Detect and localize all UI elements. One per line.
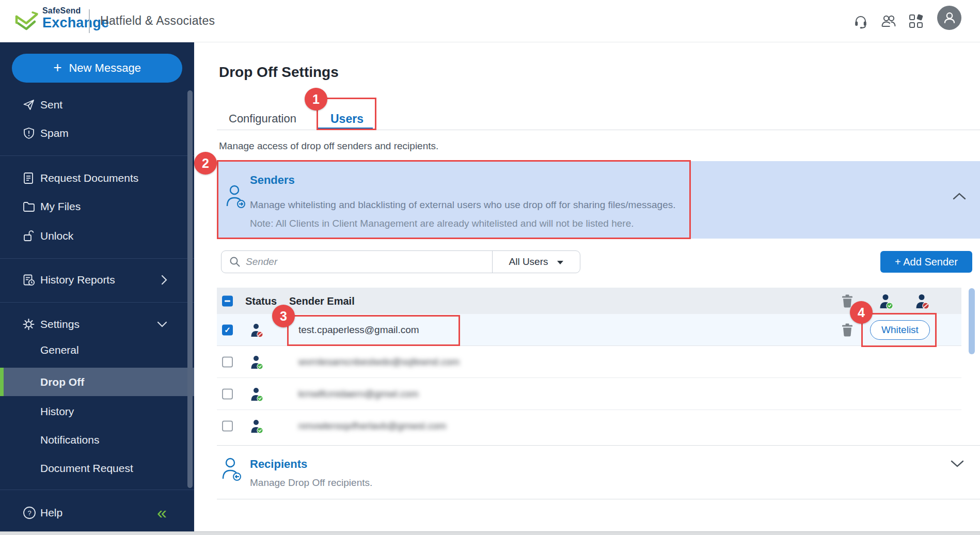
bulk-blacklist-person-slash-icon[interactable] xyxy=(915,293,929,309)
recipients-description: Manage Drop Off recipients. xyxy=(250,477,372,489)
annotation-step-badge: 1 xyxy=(305,88,327,111)
collapse-sidebar-icon[interactable]: « xyxy=(157,501,167,524)
sidebar-item-request-documents[interactable]: Request Documents xyxy=(0,167,194,190)
sidebar-item-unlock[interactable]: Unlock xyxy=(0,225,194,247)
gear-icon xyxy=(23,319,35,331)
table-row: wvrnlesamcnbeslwdo@sqfewnd.com xyxy=(217,346,961,378)
unlock-icon xyxy=(23,230,35,242)
row-checkbox[interactable] xyxy=(222,421,233,432)
sidebar-subitem-general[interactable]: General xyxy=(0,339,194,361)
sidebar-item-label: Sent xyxy=(40,99,62,111)
shield-alert-icon xyxy=(23,127,35,139)
sidebar-subitem-document-request[interactable]: Document Request xyxy=(0,457,194,480)
chevron-up-icon[interactable] xyxy=(952,192,967,202)
row-checkbox[interactable] xyxy=(222,356,233,367)
sidebar-item-label: Request Documents xyxy=(40,172,138,184)
report-clock-icon xyxy=(23,274,35,286)
safesend-logo-icon[interactable] xyxy=(13,9,39,35)
search-icon xyxy=(229,256,241,268)
sender-search-input[interactable] xyxy=(241,256,492,268)
brand-name: SafeSend xyxy=(42,7,109,15)
column-header-sender-email: Sender Email xyxy=(289,295,355,307)
table-scrollbar[interactable] xyxy=(969,288,975,354)
row-checkbox[interactable] xyxy=(222,388,233,399)
new-message-button[interactable]: + New Message xyxy=(12,54,182,83)
svg-text:?: ? xyxy=(27,509,31,517)
page-subtitle: Manage access of drop off senders and re… xyxy=(219,140,438,152)
senders-note: Note: All Clients in Client Management a… xyxy=(250,218,634,229)
row-checkbox[interactable] xyxy=(222,324,233,335)
user-filter-dropdown[interactable]: All Users xyxy=(492,251,580,273)
sidebar-item-label: Document Request xyxy=(40,462,133,475)
sender-email: test.cpaperless@gmail.com xyxy=(298,324,419,336)
bulk-whitelist-person-check-icon[interactable] xyxy=(879,293,893,309)
chevron-down-icon[interactable] xyxy=(950,460,965,470)
sidebar-subitem-notifications[interactable]: Notifications xyxy=(0,429,194,451)
brand-product: Exchange xyxy=(42,16,109,30)
tab-users[interactable]: Users xyxy=(330,112,363,126)
page-title: Drop Off Settings xyxy=(219,64,339,81)
user-filter-value: All Users xyxy=(509,256,548,268)
sidebar-item-label: History xyxy=(40,405,74,418)
new-message-label: New Message xyxy=(69,61,140,75)
sidebar-scrollbar[interactable] xyxy=(187,90,193,488)
sidebar-item-label: Unlock xyxy=(40,230,73,242)
apps-grid-icon[interactable] xyxy=(909,14,923,30)
delete-row-trash-icon[interactable] xyxy=(842,323,853,337)
select-all-checkbox[interactable] xyxy=(222,295,233,306)
sidebar-item-history-reports[interactable]: History Reports xyxy=(0,269,194,291)
sidebar-item-sent[interactable]: Sent xyxy=(0,93,194,116)
table-header-row: Status Sender Email xyxy=(217,288,961,314)
folder-icon xyxy=(23,201,35,212)
add-sender-button[interactable]: + Add Sender xyxy=(880,251,972,273)
annotation-step-badge: 2 xyxy=(194,152,217,175)
app-header: SafeSend Exchange Hatfield & Associates xyxy=(0,0,980,42)
sidebar-item-label: Spam xyxy=(40,127,69,139)
sidebar-divider xyxy=(0,302,194,303)
sidebar-divider xyxy=(0,490,194,490)
brand-wordmark[interactable]: SafeSend Exchange xyxy=(42,7,109,30)
sender-email-masked: krnwlfcmidaern@gmwl.com xyxy=(298,388,419,400)
sidebar-item-settings[interactable]: Settings xyxy=(0,313,194,336)
sidebar-subitem-drop-off[interactable]: Drop Off xyxy=(0,368,194,396)
sidebar-item-label: General xyxy=(40,344,79,356)
sender-email-masked: wvrnlesamcnbeslwdo@sqfewnd.com xyxy=(298,356,460,368)
sender-person-arrow-icon xyxy=(225,184,247,211)
support-headset-icon[interactable] xyxy=(853,14,868,31)
sidebar-item-spam[interactable]: Spam xyxy=(0,122,194,145)
senders-title: Senders xyxy=(250,174,295,187)
company-name: Hatfield & Associates xyxy=(100,14,215,28)
sidebar-subitem-history[interactable]: History xyxy=(0,400,194,423)
section-divider xyxy=(217,499,980,499)
status-whitelisted-icon xyxy=(250,355,263,369)
senders-description: Manage whitelisting and blacklisting of … xyxy=(250,199,675,211)
recipient-person-arrow-icon xyxy=(221,457,243,483)
bulk-delete-trash-icon[interactable] xyxy=(842,294,853,308)
paper-plane-icon xyxy=(23,99,35,111)
chevron-down-icon xyxy=(157,321,167,327)
senders-section-header[interactable]: Senders Manage whitelisting and blacklis… xyxy=(217,161,980,239)
sidebar-item-label: My Files xyxy=(40,200,81,213)
client-users-icon[interactable] xyxy=(881,14,896,30)
tab-configuration[interactable]: Configuration xyxy=(229,112,296,125)
document-icon xyxy=(23,172,34,184)
sender-email-masked: nmvwlensqxfherlavb@gmwsl.com xyxy=(298,420,446,432)
sidebar-item-my-files[interactable]: My Files xyxy=(0,195,194,218)
table-row: test.cpaperless@gmail.com Whitelist xyxy=(217,314,961,346)
sender-search-group: All Users xyxy=(221,250,580,273)
section-divider xyxy=(217,445,980,446)
sidebar-item-label: Settings xyxy=(40,318,80,331)
whitelist-button[interactable]: Whitelist xyxy=(870,320,930,340)
help-circle-icon: ? xyxy=(23,506,36,520)
active-tab-underline xyxy=(318,128,373,130)
tab-bar-divider xyxy=(217,130,980,130)
sidebar-item-label: Drop Off xyxy=(40,376,84,388)
status-whitelisted-icon xyxy=(250,419,263,433)
status-whitelisted-icon xyxy=(250,387,263,401)
user-avatar-icon[interactable] xyxy=(937,6,961,30)
recipients-title[interactable]: Recipients xyxy=(250,458,307,471)
sidebar-item-label: Help xyxy=(40,507,62,519)
table-row: krnwlfcmidaern@gmwl.com xyxy=(217,378,961,410)
window-bottom-edge xyxy=(0,531,980,535)
caret-down-icon xyxy=(557,256,564,268)
